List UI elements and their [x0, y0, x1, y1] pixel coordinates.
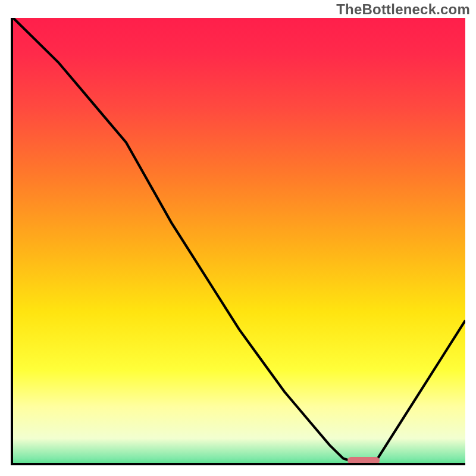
optimal-marker: [347, 457, 379, 464]
watermark-text: TheBottleneck.com: [336, 1, 470, 18]
plot-area: [11, 18, 465, 465]
curve-path: [13, 18, 465, 463]
bottleneck-curve: [13, 18, 465, 463]
chart-container: TheBottleneck.com: [0, 0, 476, 476]
